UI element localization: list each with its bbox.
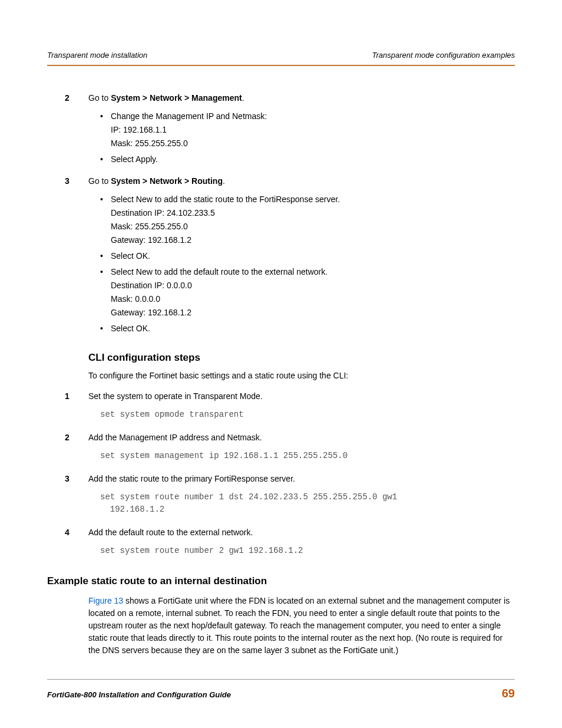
step-text: Go to System > Network > Routing. bbox=[88, 175, 225, 187]
cli-step-3: 3 Add the static route to the primary Fo… bbox=[88, 473, 515, 485]
bullet-item: Select New to add the default route to t… bbox=[100, 266, 515, 319]
bullet-item: Select Apply. bbox=[100, 153, 515, 166]
bullet-text: Select New to add the static route to th… bbox=[111, 195, 340, 204]
bullet-subline: Gateway: 192.168.1.2 bbox=[111, 234, 515, 246]
bullet-subline: IP: 192.168.1.1 bbox=[111, 124, 515, 136]
bullet-item: Select OK. bbox=[100, 250, 515, 262]
bullet-item: Select New to add the static route to th… bbox=[100, 193, 515, 246]
content-body: 2 Go to System > Network > Management. C… bbox=[47, 92, 515, 657]
cli-step-text: Add the default route to the external ne… bbox=[88, 526, 253, 539]
cli-step-text: Set the system to operate in Transparent… bbox=[88, 390, 263, 403]
step-2-bullets: Change the Management IP and Netmask: IP… bbox=[100, 110, 515, 166]
bullet-text: Select OK. bbox=[111, 324, 150, 333]
code-block: set system route number 2 gw1 192.168.1.… bbox=[100, 545, 515, 557]
bullet-subline: Gateway: 192.168.1.2 bbox=[111, 307, 515, 319]
cli-step-text: Add the Management IP address and Netmas… bbox=[88, 431, 262, 444]
bullet-item: Select OK. bbox=[100, 322, 515, 335]
code-block: set system opmode transparent bbox=[100, 409, 515, 421]
section-paragraph: Figure 13 shows a FortiGate unit where t… bbox=[88, 595, 515, 657]
nav-path: System > Network > Management bbox=[111, 93, 242, 103]
step-number: 2 bbox=[65, 92, 88, 104]
bullet-text: Select OK. bbox=[111, 251, 150, 261]
bullet-item: Change the Management IP and Netmask: IP… bbox=[100, 110, 515, 150]
code-block: set system management ip 192.168.1.1 255… bbox=[100, 450, 515, 462]
step-tail: . bbox=[242, 93, 244, 103]
bullet-subline: Mask: 255.255.255.0 bbox=[111, 137, 515, 150]
bullet-text: Select Apply. bbox=[111, 154, 158, 164]
step-text: Go to System > Network > Management. bbox=[88, 92, 244, 104]
step-3-bullets: Select New to add the static route to th… bbox=[100, 193, 515, 335]
step-lead: Go to bbox=[88, 93, 111, 103]
header-right: Transparent mode configuration examples bbox=[372, 50, 515, 61]
paragraph-rest: shows a FortiGate unit where the FDN is … bbox=[88, 596, 510, 655]
cli-step-4: 4 Add the default route to the external … bbox=[88, 526, 515, 539]
cli-step-number: 2 bbox=[65, 431, 88, 444]
cli-step-number: 1 bbox=[65, 390, 88, 403]
step-lead: Go to bbox=[88, 176, 111, 186]
cli-step-1: 1 Set the system to operate in Transpare… bbox=[88, 390, 515, 403]
step-tail: . bbox=[223, 176, 225, 186]
cli-heading: CLI configuration steps bbox=[88, 350, 515, 365]
cli-step-number: 3 bbox=[65, 473, 88, 485]
cli-step-text: Add the static route to the primary Fort… bbox=[88, 473, 295, 485]
page: Transparent mode installation Transparen… bbox=[0, 0, 562, 728]
step-3: 3 Go to System > Network > Routing. bbox=[88, 175, 515, 187]
step-number: 3 bbox=[65, 175, 88, 187]
bullet-subline: Mask: 255.255.255.0 bbox=[111, 220, 515, 233]
bullet-subline: Mask: 0.0.0.0 bbox=[111, 293, 515, 305]
bullet-subline: Destination IP: 0.0.0.0 bbox=[111, 279, 515, 292]
figure-reference-link[interactable]: Figure 13 bbox=[88, 596, 123, 605]
bullet-subline: Destination IP: 24.102.233.5 bbox=[111, 207, 515, 219]
running-header: Transparent mode installation Transparen… bbox=[47, 50, 515, 66]
nav-path: System > Network > Routing bbox=[111, 176, 223, 186]
step-2: 2 Go to System > Network > Management. bbox=[88, 92, 515, 104]
footer-doc-title: FortiGate-800 Installation and Configura… bbox=[47, 689, 231, 701]
footer-page-number: 69 bbox=[502, 684, 515, 702]
code-block: set system route number 1 dst 24.102.233… bbox=[100, 491, 515, 516]
header-left: Transparent mode installation bbox=[47, 50, 147, 61]
section-heading: Example static route to an internal dest… bbox=[47, 574, 515, 589]
bullet-text: Select New to add the default route to t… bbox=[111, 267, 328, 276]
page-footer: FortiGate-800 Installation and Configura… bbox=[47, 679, 515, 702]
cli-step-2: 2 Add the Management IP address and Netm… bbox=[88, 431, 515, 444]
bullet-text: Change the Management IP and Netmask: bbox=[111, 111, 267, 121]
cli-step-number: 4 bbox=[65, 526, 88, 539]
cli-intro: To configure the Fortinet basic settings… bbox=[88, 370, 515, 382]
